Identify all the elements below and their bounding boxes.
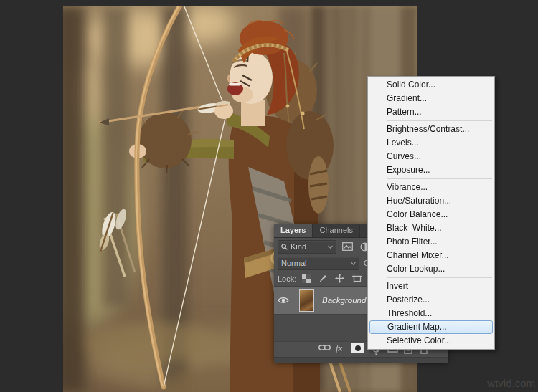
menu-item-invert[interactable]: Invert	[368, 279, 494, 293]
search-icon	[281, 244, 288, 250]
menu-item-solid-color[interactable]: Solid Color...	[368, 78, 494, 92]
chevron-down-icon	[351, 262, 356, 265]
menu-item-color-lookup[interactable]: Color Lookup...	[368, 262, 494, 276]
menu-item-levels[interactable]: Levels...	[368, 136, 494, 150]
menu-item-color-balance[interactable]: Color Balance...	[368, 208, 494, 221]
layer-style-fx-icon[interactable]: fx	[336, 343, 342, 354]
tab-layers[interactable]: Layers	[274, 224, 313, 237]
menu-item-curves[interactable]: Curves...	[368, 150, 494, 163]
layer-visibility-eye-icon[interactable]	[274, 287, 293, 314]
panel-resize-strip[interactable]	[274, 357, 448, 363]
layer-thumbnail[interactable]	[299, 289, 314, 312]
link-layers-icon[interactable]	[318, 344, 331, 351]
menu-item-threshold[interactable]: Threshold...	[368, 307, 494, 320]
menu-item-posterize[interactable]: Posterize...	[368, 293, 494, 307]
menu-item-vibrance[interactable]: Vibrance...	[368, 181, 494, 194]
lock-pixels-brush-icon[interactable]	[318, 274, 327, 283]
menu-item-gradient-map[interactable]: Gradient Map...	[369, 320, 493, 334]
watermark-text: wtvid.com	[487, 377, 535, 389]
menu-item-gradient[interactable]: Gradient...	[368, 92, 494, 105]
menu-item-black-white[interactable]: Black White...	[368, 221, 494, 235]
menu-item-pattern[interactable]: Pattern...	[368, 105, 494, 119]
menu-separator	[387, 277, 492, 278]
lock-position-move-icon[interactable]	[335, 274, 344, 283]
menu-separator	[387, 178, 492, 179]
menu-separator	[387, 120, 492, 121]
menu-item-hue-saturation[interactable]: Hue/Saturation...	[368, 194, 494, 208]
blend-mode-dropdown[interactable]: Normal	[278, 257, 359, 270]
filter-kind-label: Kind	[291, 242, 306, 251]
menu-item-brightness-contrast[interactable]: Brightness/Contrast...	[368, 123, 494, 136]
layer-name: Background	[322, 296, 366, 305]
lock-artboard-icon[interactable]	[352, 274, 362, 283]
menu-item-photo-filter[interactable]: Photo Filter...	[368, 235, 494, 249]
menu-item-exposure[interactable]: Exposure...	[368, 163, 494, 177]
chevron-down-icon	[328, 245, 333, 249]
photoshop-workspace: Layers Channels Paths Kind	[0, 0, 538, 392]
filter-kind-dropdown[interactable]: Kind	[278, 240, 336, 254]
add-layer-mask-icon-pressed[interactable]	[351, 343, 364, 353]
tab-channels[interactable]: Channels	[313, 224, 359, 237]
menu-item-selective-color[interactable]: Selective Color...	[368, 334, 494, 348]
lock-label: Lock:	[278, 274, 296, 283]
menu-item-channel-mixer[interactable]: Channel Mixer...	[368, 249, 494, 262]
filter-pixel-layers-icon[interactable]	[341, 241, 354, 252]
lock-transparency-icon[interactable]	[302, 274, 311, 283]
new-adjustment-layer-menu: Solid Color... Gradient... Pattern... Br…	[367, 76, 495, 350]
blend-mode-value: Normal	[281, 259, 306, 267]
